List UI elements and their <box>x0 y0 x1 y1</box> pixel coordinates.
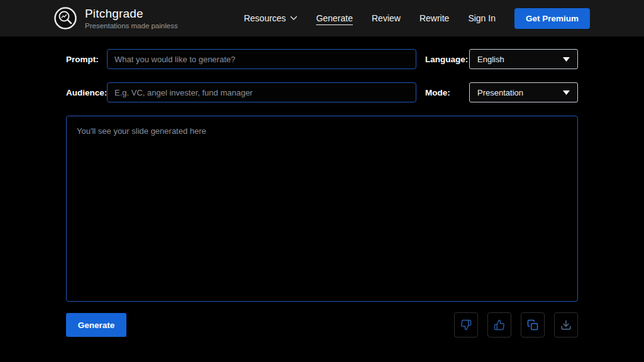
chevron-down-icon <box>563 90 570 95</box>
language-select[interactable]: English <box>469 49 578 69</box>
copy-icon <box>527 319 538 331</box>
output-placeholder: You'll see your slide generated here <box>77 126 206 136</box>
generate-button[interactable]: Generate <box>66 313 126 337</box>
app-title: Pitchgrade <box>85 7 178 21</box>
audience-input[interactable] <box>107 82 416 102</box>
language-select-value: English <box>477 55 504 64</box>
copy-button[interactable] <box>521 312 545 337</box>
result-action-buttons <box>454 312 578 337</box>
brand: Pitchgrade Presentations made painless <box>53 6 178 30</box>
prompt-label: Prompt: <box>66 55 107 64</box>
nav-generate[interactable]: Generate <box>316 13 353 23</box>
mode-select[interactable]: Presentation <box>469 82 578 102</box>
main-nav: Resources Generate Review Rewrite Sign I… <box>244 8 590 29</box>
nav-review[interactable]: Review <box>372 13 401 23</box>
logo-icon[interactable] <box>53 6 77 30</box>
chevron-down-icon <box>290 16 297 21</box>
chevron-down-icon <box>563 57 570 62</box>
top-nav: Pitchgrade Presentations made painless R… <box>0 0 644 36</box>
nav-resources[interactable]: Resources <box>244 13 297 23</box>
prompt-input[interactable] <box>107 49 416 69</box>
download-icon <box>560 319 572 331</box>
thumbs-up-button[interactable] <box>487 312 511 337</box>
mode-select-value: Presentation <box>477 88 523 97</box>
nav-signin[interactable]: Sign In <box>468 13 496 23</box>
app-tagline: Presentations made painless <box>85 22 178 30</box>
thumbs-up-icon <box>494 319 505 331</box>
nav-resources-label: Resources <box>244 13 286 23</box>
generator-panel: Prompt: Language: English Audience: Mode… <box>0 36 644 337</box>
download-button[interactable] <box>554 312 578 337</box>
thumbs-down-button[interactable] <box>454 312 478 337</box>
get-premium-button[interactable]: Get Premium <box>514 8 590 29</box>
language-label: Language: <box>425 55 469 64</box>
bottom-actions: Generate <box>66 312 578 337</box>
thumbs-down-icon <box>460 319 472 331</box>
audience-row: Audience: Mode: Presentation <box>66 82 578 102</box>
mode-label: Mode: <box>425 88 469 97</box>
prompt-row: Prompt: Language: English <box>66 49 578 69</box>
audience-label: Audience: <box>66 88 107 97</box>
nav-rewrite[interactable]: Rewrite <box>419 13 449 23</box>
slide-output-area[interactable]: You'll see your slide generated here <box>66 116 578 302</box>
